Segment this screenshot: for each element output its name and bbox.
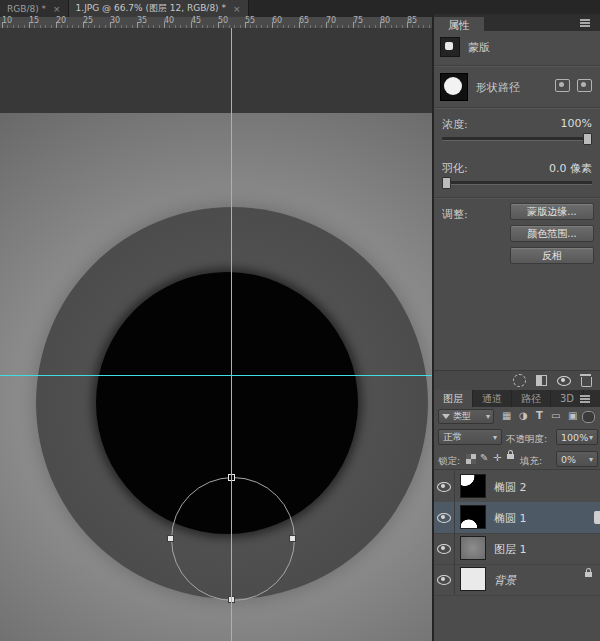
canvas-area[interactable] [0, 28, 432, 641]
shape-path-thumbnail[interactable] [440, 73, 468, 101]
feather-slider[interactable] [442, 181, 592, 185]
chevron-down-icon: ▾ [589, 455, 593, 464]
path-anchor-left[interactable] [167, 535, 174, 542]
visibility-toggle[interactable] [434, 471, 455, 502]
mask-label: 蒙版 [468, 40, 490, 55]
filter-type-layers-icon[interactable]: T [536, 410, 543, 422]
chevron-down-icon: ▾ [486, 412, 490, 421]
properties-panel-footer [434, 370, 600, 390]
feather-label: 羽化: [442, 161, 468, 176]
layer-row-layer-1[interactable]: 图层 1 [434, 533, 600, 565]
filter-icon [442, 414, 450, 419]
ruler-tick-label: 50 [218, 17, 245, 25]
fill-label: 填充: [520, 455, 542, 468]
mask-thumbnail-icon[interactable] [440, 37, 460, 57]
load-selection-icon[interactable] [513, 374, 526, 387]
close-icon[interactable]: × [233, 4, 241, 14]
filter-toggle[interactable] [582, 411, 595, 423]
document-tab-2[interactable]: 1.JPG @ 66.7% (图层 12, RGB/8) * × [69, 0, 249, 17]
apply-mask-icon[interactable] [536, 375, 547, 386]
layer-row-background[interactable]: 背景 [434, 564, 600, 596]
tab-channels[interactable]: 通道 [473, 390, 512, 407]
layer-thumbnail[interactable] [460, 474, 486, 498]
density-slider-handle[interactable] [583, 133, 592, 145]
layer-name[interactable]: 椭圆 1 [494, 511, 527, 526]
layer-name[interactable]: 图层 1 [494, 542, 527, 557]
chevron-down-icon: ▾ [589, 433, 593, 442]
shape-path-label: 形状路径 [476, 80, 520, 95]
panel-menu-icon[interactable] [580, 22, 590, 24]
color-range-button[interactable]: 颜色范围... [510, 225, 594, 242]
opacity-value: 100% [561, 432, 589, 443]
mask-edge-button[interactable]: 蒙版边缘... [510, 203, 594, 220]
layer-row-ellipse-1[interactable]: 椭圆 1 [434, 502, 600, 534]
ruler-tick-label: 65 [299, 17, 326, 25]
filter-adjustment-layers-icon[interactable]: ◑ [519, 410, 528, 422]
blend-mode-value: 正常 [443, 431, 493, 444]
horizontal-guide[interactable] [0, 375, 432, 376]
opacity-label: 不透明度: [506, 433, 547, 446]
divider [434, 107, 600, 109]
visibility-toggle[interactable] [434, 533, 455, 564]
ruler-tick-label: 85 [407, 17, 434, 25]
opacity-dropdown[interactable]: 100% ▾ [556, 429, 598, 445]
eye-icon [437, 575, 451, 585]
visibility-toggle[interactable] [434, 564, 455, 595]
density-value[interactable]: 100% [561, 117, 592, 130]
eye-icon [437, 544, 451, 554]
properties-panel: 蒙版 形状路径 浓度: 100% 羽化: 0.0 像素 调整: 蒙版边缘... … [434, 31, 600, 370]
ruler-tick-label: 30 [110, 17, 137, 25]
add-vector-mask-icon[interactable] [577, 79, 592, 92]
add-pixel-mask-icon[interactable] [555, 79, 570, 92]
filter-pixel-layers-icon[interactable]: ▦ [502, 410, 511, 422]
chevron-down-icon: ▾ [493, 433, 497, 442]
layer-thumbnail[interactable] [460, 567, 486, 591]
background-lock-icon [585, 572, 592, 577]
layer-row-ellipse-2[interactable]: 椭圆 2 [434, 471, 600, 503]
invert-button[interactable]: 反相 [510, 247, 594, 264]
layers-panel: 类型 ▾ ▦ ◑ T ▭ ▣ 正常 ▾ 不透明度: 100% ▾ 锁定: ✎ ✛ [434, 407, 600, 641]
disable-mask-eye-icon[interactable] [557, 376, 571, 386]
panel-menu-icon[interactable] [580, 398, 590, 400]
ruler-tick-label: 10 [2, 17, 29, 25]
ruler-tick-label: 35 [137, 17, 164, 25]
feather-slider-handle[interactable] [442, 177, 451, 189]
tab-layers[interactable]: 图层 [434, 390, 473, 407]
layer-name[interactable]: 椭圆 2 [494, 480, 527, 495]
filter-smart-object-icon[interactable]: ▣ [568, 410, 577, 422]
layer-badge [594, 511, 600, 524]
ruler-tick-label: 45 [191, 17, 218, 25]
layer-thumbnail[interactable] [460, 505, 486, 529]
layer-name[interactable]: 背景 [494, 573, 516, 588]
ellipse-path-outline[interactable] [171, 477, 295, 601]
layer-thumbnail[interactable] [460, 536, 486, 560]
properties-panel-header: 属性 [434, 14, 600, 31]
filter-kind-dropdown[interactable]: 类型 ▾ [438, 409, 494, 424]
document-tab-title: RGB/8) * [7, 4, 46, 14]
path-anchor-right[interactable] [289, 535, 296, 542]
close-icon[interactable]: × [53, 4, 61, 14]
ruler-tick-label: 20 [56, 17, 83, 25]
lock-pixels-icon[interactable]: ✎ [480, 452, 488, 464]
tab-paths[interactable]: 路径 [512, 390, 551, 407]
document-image[interactable] [0, 113, 432, 641]
blend-mode-dropdown[interactable]: 正常 ▾ [438, 429, 502, 445]
photoshop-window: RGB/8) * × 1.JPG @ 66.7% (图层 12, RGB/8) … [0, 0, 600, 641]
vertical-guide[interactable] [231, 28, 232, 641]
fill-dropdown[interactable]: 0% ▾ [556, 451, 598, 467]
document-tab-1[interactable]: RGB/8) * × [0, 0, 69, 17]
lock-all-icon[interactable] [507, 454, 514, 459]
eye-icon [437, 482, 451, 492]
visibility-toggle[interactable] [434, 502, 455, 533]
ruler-tick-label: 70 [326, 17, 353, 25]
feather-value[interactable]: 0.0 像素 [549, 161, 592, 176]
lock-position-icon[interactable]: ✛ [493, 452, 501, 464]
filter-shape-layers-icon[interactable]: ▭ [551, 410, 560, 422]
density-label: 浓度: [442, 117, 468, 132]
delete-mask-icon[interactable] [581, 377, 592, 387]
ruler-tick-label: 80 [380, 17, 407, 25]
divider [434, 469, 600, 470]
lock-transparency-icon[interactable] [466, 454, 476, 464]
density-slider[interactable] [442, 137, 592, 141]
ruler-tick-label: 15 [29, 17, 56, 25]
